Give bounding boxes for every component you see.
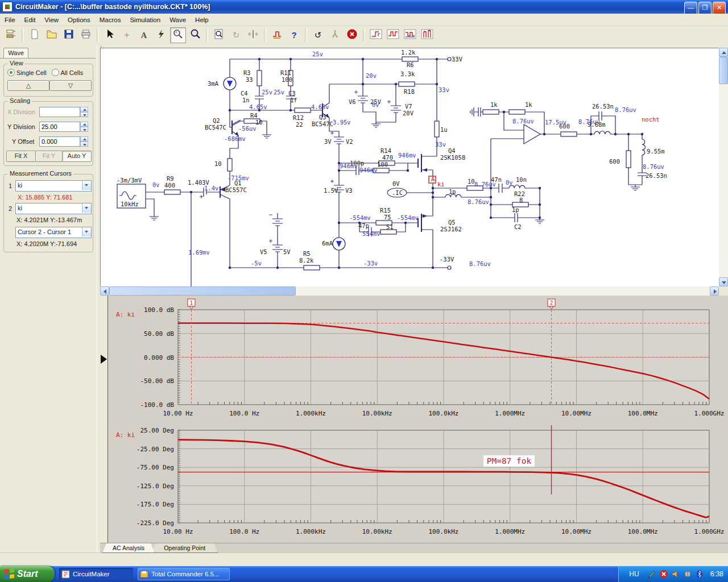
cursor-diff-combo[interactable]: Cursor 2 - Cursor 1 — [15, 227, 92, 238]
schematic-label: 8.76uv — [615, 106, 636, 113]
single-cell-radio[interactable]: Single Cell — [7, 69, 47, 76]
schematic-label: 3.95v — [333, 119, 351, 126]
save-file-icon — [63, 28, 75, 42]
schematic-canvas[interactable]: 25v33V1.2kR63.3kR1820v33v3mAR333R11100C4… — [100, 48, 719, 287]
tab-ac-analysis[interactable]: AC Analysis — [102, 543, 155, 553]
tablet-pen-icon[interactable] — [647, 569, 657, 579]
scope-mixed-button[interactable] — [402, 27, 418, 43]
menu-bar: FileEditViewOptionsMacrosSimulationWaveH… — [0, 14, 728, 26]
taskbar-task-circuitmaker[interactable]: CircuitMaker — [59, 568, 133, 580]
schematic-label: V2 — [346, 138, 353, 145]
scope-digital-button[interactable] — [368, 27, 384, 43]
scope-analog-button[interactable] — [385, 27, 401, 43]
reset-simulation-button[interactable]: ↺ — [310, 27, 326, 43]
resistor[interactable] — [399, 82, 415, 86]
open-file-button[interactable] — [44, 27, 60, 43]
print-button[interactable] — [78, 27, 94, 43]
cell-up-button[interactable]: △ — [7, 80, 49, 91]
close-button[interactable]: ✕ — [713, 2, 726, 15]
resistor[interactable] — [509, 110, 525, 114]
resistor[interactable] — [304, 265, 320, 270]
fit-x-button[interactable]: Fit X — [6, 151, 36, 162]
simulation-mode-button[interactable] — [269, 27, 285, 43]
schematic-label: 8.76uv — [512, 118, 534, 124]
schematic-label: 0v — [372, 101, 379, 108]
schematic-label: 10 — [214, 160, 222, 167]
cell-down-button[interactable]: ▽ — [49, 80, 92, 91]
split-view-button[interactable] — [245, 27, 261, 43]
resistor[interactable] — [295, 108, 311, 113]
probe-tool-button[interactable] — [170, 27, 186, 43]
scope-mixed-icon — [404, 28, 416, 42]
restore-button[interactable]: ❐ — [698, 2, 712, 15]
x-division-input[interactable] — [39, 107, 80, 117]
wire-tool-button[interactable] — [153, 27, 169, 43]
schematic-label: 100 — [282, 76, 292, 83]
auto-y-button[interactable]: Auto Y — [62, 151, 92, 162]
menu-file[interactable]: File — [0, 15, 20, 25]
resistor[interactable] — [164, 190, 180, 194]
find-in-document-button[interactable] — [211, 27, 227, 43]
resistor[interactable] — [228, 159, 232, 171]
menu-simulation[interactable]: Simulation — [125, 15, 165, 25]
scroll-right-icon — [710, 286, 719, 296]
x-tick-label: 10.00MHz — [561, 410, 592, 417]
waveform-plots[interactable]: 100.0 dB50.00 dB0.000 dB-50.00 dB-100.0 … — [108, 296, 728, 543]
select-arrow-button[interactable] — [102, 27, 118, 43]
tab-operating-point[interactable]: Operating Point — [151, 543, 218, 553]
volume-icon[interactable] — [671, 569, 681, 579]
schematic-label: 10n — [516, 176, 527, 183]
language-indicator[interactable]: HU — [623, 569, 644, 579]
parts-browser-button[interactable] — [3, 27, 19, 43]
view-group: View Single Cell All Cells △ ▽ — [3, 64, 93, 97]
all-cells-radio[interactable]: All Cells — [52, 69, 83, 76]
scope-params-button[interactable] — [419, 27, 435, 43]
x-division-spinner[interactable] — [80, 107, 88, 117]
stop-simulation-button[interactable] — [344, 27, 360, 43]
resistor[interactable] — [483, 110, 499, 114]
text-tool-button[interactable]: A — [136, 27, 152, 43]
resistor[interactable] — [626, 151, 631, 168]
help-button[interactable]: ? — [286, 27, 302, 43]
zoom-tool-button[interactable] — [187, 27, 203, 43]
menu-view[interactable]: View — [40, 15, 63, 25]
resistor[interactable] — [380, 230, 396, 234]
rotate-tool-button[interactable]: ↻ — [228, 27, 244, 43]
fit-y-button[interactable]: Fit Y — [35, 151, 63, 162]
bluetooth-icon[interactable] — [695, 569, 705, 579]
cursor2-signal-combo[interactable]: ki — [15, 203, 92, 214]
taskbar-task-total-commander[interactable]: Total Commander 6.5... — [138, 568, 230, 580]
y-division-spinner[interactable] — [80, 122, 88, 132]
resistor[interactable] — [435, 121, 439, 137]
menu-macros[interactable]: Macros — [95, 15, 126, 25]
menu-edit[interactable]: Edit — [20, 15, 40, 25]
resistor[interactable] — [257, 70, 262, 86]
plot-splitter[interactable] — [100, 296, 108, 543]
resistor[interactable] — [402, 57, 418, 61]
resistor[interactable] — [561, 132, 577, 136]
add-plus-button[interactable]: + — [119, 27, 135, 43]
menu-help[interactable]: Help — [191, 15, 213, 25]
title-bar[interactable]: CircuitMaker - [C:...\buffer bastode nyí… — [0, 0, 728, 14]
task-icon — [61, 570, 70, 579]
tab-wave[interactable]: Wave — [3, 48, 28, 59]
options-wrench-button[interactable] — [327, 27, 343, 43]
mixer-icon[interactable] — [683, 569, 693, 579]
horizontal-scrollbar[interactable] — [100, 286, 719, 296]
y-offset-spinner[interactable] — [80, 136, 88, 147]
schematic-label: 1f — [290, 97, 297, 103]
cursor1-signal-combo[interactable]: ki — [15, 180, 92, 192]
x-tick-label: 10.00MHz — [561, 528, 592, 535]
new-document-button[interactable] — [27, 27, 43, 43]
menu-options[interactable]: Options — [63, 15, 95, 25]
vertical-scrollbar[interactable] — [719, 48, 728, 286]
y-division-input[interactable] — [39, 122, 80, 132]
save-file-button[interactable] — [61, 27, 77, 43]
schematic-label: 9.55m — [647, 148, 665, 155]
minimize-button[interactable]: — — [684, 2, 697, 15]
menu-wave[interactable]: Wave — [165, 15, 191, 25]
schematic-label: 47n — [491, 176, 502, 183]
security-shield-icon[interactable] — [659, 569, 669, 579]
start-button[interactable]: Start — [0, 566, 55, 582]
y-offset-input[interactable] — [39, 136, 80, 147]
